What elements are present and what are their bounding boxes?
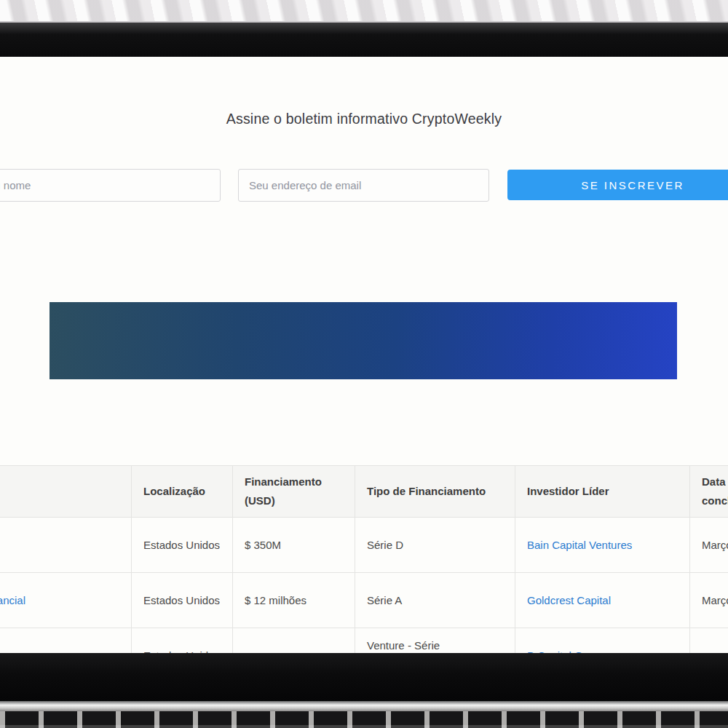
table-row-funding bbox=[233, 628, 355, 653]
table-row-funding: $ 12 milhões bbox=[233, 573, 355, 628]
investor-link[interactable]: B Capital Group bbox=[527, 646, 605, 654]
ad-banner[interactable] bbox=[50, 302, 677, 379]
laptop-keyboard bbox=[0, 711, 728, 728]
investor-link[interactable]: Bain Capital Ventures bbox=[527, 535, 632, 555]
browser-page: Assine o boletim informativo CryptoWeekl… bbox=[0, 57, 728, 653]
table-row-funding: $ 350M bbox=[233, 518, 355, 573]
table-row-lead-investor: B Capital Group bbox=[515, 628, 690, 653]
table-row-date bbox=[690, 628, 728, 653]
table-row-location: Estados Unidos bbox=[132, 573, 233, 628]
desk-surface bbox=[0, 0, 728, 23]
table-row-funding-type: Série D bbox=[355, 518, 515, 573]
table-row-lead-investor: Goldcrest Capital bbox=[515, 573, 690, 628]
first-name-input[interactable] bbox=[0, 169, 221, 202]
investor-link[interactable]: Goldcrest Capital bbox=[527, 590, 611, 611]
newsletter-form: SE INSCREVER bbox=[0, 169, 728, 202]
table-row-funding-type: Venture - Série Desconhecida bbox=[355, 628, 515, 653]
email-input[interactable] bbox=[238, 169, 489, 202]
header-funding-type: Tipo de Financiamento bbox=[355, 466, 515, 518]
table-row-funding-type: Série A bbox=[355, 573, 515, 628]
table-row-company bbox=[0, 628, 132, 653]
table-row-location: Estados Unidos bbox=[132, 518, 233, 573]
newsletter-title: Assine o boletim informativo CryptoWeekl… bbox=[0, 111, 728, 127]
laptop-top-bezel bbox=[0, 23, 728, 57]
table-row-lead-investor: Bain Capital Ventures bbox=[515, 518, 690, 573]
laptop-hinge bbox=[0, 701, 728, 711]
header-company bbox=[0, 466, 132, 518]
table-row-location: Estados Unidos bbox=[132, 628, 233, 653]
laptop-screenshot: Assine o boletim informativo CryptoWeekl… bbox=[0, 0, 728, 728]
header-date: Data de conclusão bbox=[690, 466, 728, 518]
table-row-company bbox=[0, 518, 132, 573]
funding-table: Localização Financiamento (USD) Tipo de … bbox=[0, 465, 728, 653]
table-row-date: Março bbox=[690, 518, 728, 573]
subscribe-button[interactable]: SE INSCREVER bbox=[507, 170, 728, 200]
header-funding: Financiamento (USD) bbox=[233, 466, 355, 518]
company-link[interactable]: Financial bbox=[0, 590, 25, 611]
table-row-date: Março bbox=[690, 573, 728, 628]
header-location: Localização bbox=[132, 466, 233, 518]
laptop-bottom-bezel bbox=[0, 653, 728, 701]
table-row-company: Financial bbox=[0, 573, 132, 628]
header-lead-investor: Investidor Líder bbox=[515, 466, 690, 518]
